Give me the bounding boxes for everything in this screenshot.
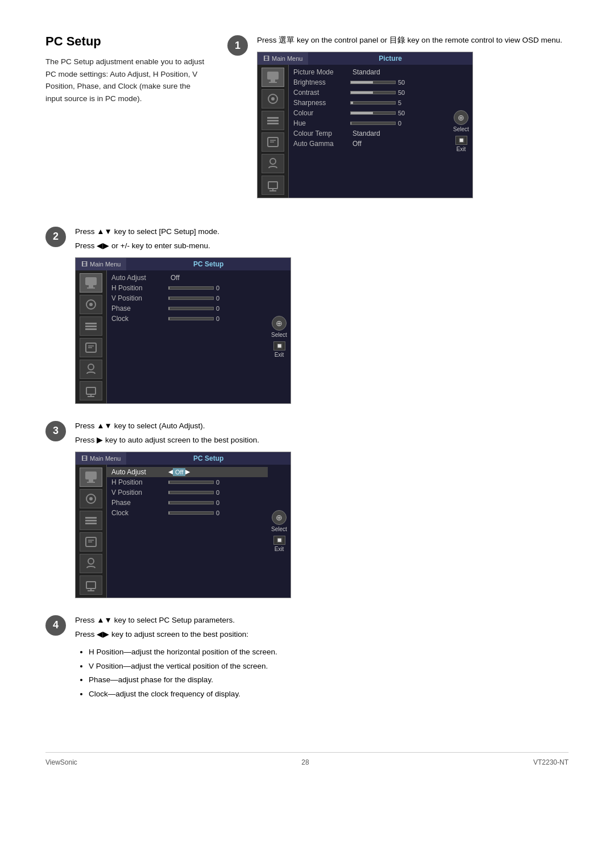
- osd-controls-1: ⊕ Select 🔲 Exit: [450, 65, 472, 198]
- svg-rect-2: [269, 82, 277, 83]
- svg-rect-32: [87, 482, 95, 483]
- osd-val-picmode: Standard: [352, 68, 380, 76]
- step-2-text: Press ▲▼ key to select [PC Setup] mode. …: [75, 226, 569, 253]
- osd-bar-contrast-track: [350, 91, 396, 94]
- osd-label-2-phase: Phase: [111, 304, 168, 312]
- osd-val-3-phase: 0: [216, 499, 226, 506]
- osd-label-2-vpos: V Position: [111, 294, 168, 302]
- osd-header-1: 🎞 Main Menu Picture: [258, 52, 472, 65]
- osd-label-picmode: Picture Mode: [293, 68, 350, 76]
- step-4-block: 4 Press ▲▼ key to select PC Setup parame…: [45, 614, 569, 703]
- svg-rect-36: [85, 520, 97, 521]
- footer-right: VT2230-NT: [533, 758, 569, 766]
- osd-row-brightness: Brightness 50: [289, 77, 450, 87]
- osd-bar-2-hpos: 0: [168, 285, 226, 291]
- osd-val-colourtemp: Standard: [352, 130, 380, 137]
- step-4-content: Press ▲▼ key to select PC Setup paramete…: [75, 614, 569, 703]
- osd-bar-2-vpos-track: [168, 297, 214, 300]
- svg-rect-37: [85, 523, 97, 524]
- step-1-content: Press 選單 key on the control panel or 目錄 …: [257, 34, 569, 198]
- svg-rect-21: [85, 326, 97, 327]
- step-3-text-2: Press ▶ key to auto adjust screen to the…: [75, 434, 569, 447]
- left-column: PC Setup The PC Setup adjustment enable …: [45, 34, 205, 214]
- select-label-1: Select: [453, 126, 469, 132]
- svg-rect-20: [85, 323, 97, 324]
- osd-header-left-3: 🎞 Main Menu: [76, 452, 126, 465]
- osd-header-right-2: PC Setup: [126, 258, 291, 270]
- step-3-number: 3: [45, 421, 66, 441]
- osd-icon-2-5: [80, 360, 102, 379]
- svg-rect-7: [267, 123, 279, 124]
- osd-bar-2-vpos: 0: [168, 295, 226, 302]
- osd-val-2-phase: 0: [216, 305, 226, 312]
- osd-bar-3-phase-track: [168, 501, 214, 504]
- osd-label-3-vpos: V Position: [111, 489, 168, 496]
- top-section: PC Setup The PC Setup adjustment enable …: [45, 34, 569, 214]
- osd-icon-2-4: [80, 338, 102, 357]
- osd-label-2-hpos: H Position: [111, 284, 168, 292]
- osd-sidebar-2: [76, 270, 107, 403]
- step-4-text-1: Press ▲▼ key to select PC Setup paramete…: [75, 614, 569, 627]
- step-2-number: 2: [45, 227, 66, 247]
- osd-row-3-clock: Clock 0: [107, 508, 268, 518]
- exit-btn-1: 🔲: [455, 136, 467, 145]
- step-2-content: Press ▲▼ key to select [PC Setup] mode. …: [75, 226, 569, 404]
- osd-row-3-phase: Phase 0: [107, 498, 268, 508]
- menu-icon-1: 🎞: [263, 55, 269, 62]
- osd-label-3-phase: Phase: [111, 499, 168, 507]
- step-2-text-1: Press ▲▼ key to select [PC Setup] mode.: [75, 226, 569, 239]
- step-1-block: 1 Press 選單 key on the control panel or 目…: [227, 34, 569, 198]
- osd-icon-3-3: [80, 511, 102, 530]
- page-title: PC Setup: [45, 34, 205, 49]
- osd-icon-4: [262, 132, 284, 152]
- osd-bar-2-clock: 0: [168, 315, 226, 322]
- osd-bar-3-hpos: 0: [168, 479, 226, 486]
- svg-rect-42: [86, 582, 96, 589]
- osd-controls-2: ⊕ Select 🔲 Exit: [268, 270, 291, 403]
- osd-arrow-right-3: ▶: [185, 468, 190, 475]
- osd-row-autogamma: Auto Gamma Off: [289, 139, 450, 149]
- svg-rect-22: [85, 328, 97, 330]
- osd-val-hue: 0: [398, 120, 408, 127]
- osd-main-2: Auto Adjust Off H Position 0 V Position: [107, 270, 268, 403]
- osd-label-brightness: Brightness: [293, 78, 350, 86]
- osd-icon-2-2: [80, 295, 102, 314]
- osd-row-contrast: Contrast 50: [289, 87, 450, 98]
- osd-row-3-hpos: H Position 0: [107, 477, 268, 487]
- osd-icon-3: [262, 111, 284, 130]
- svg-rect-16: [89, 285, 93, 287]
- osd-val-2-clock: 0: [216, 315, 226, 322]
- osd-row-2-autoadjust: Auto Adjust Off: [107, 273, 268, 283]
- exit-label-1: Exit: [457, 146, 466, 152]
- footer: ViewSonic 28 VT2230-NT: [45, 752, 569, 766]
- osd-val-3-hpos: 0: [216, 479, 226, 486]
- svg-rect-0: [267, 72, 279, 80]
- svg-rect-17: [87, 287, 95, 289]
- osd-row-2-hpos: H Position 0: [107, 283, 268, 293]
- step-2-text-2: Press ◀▶ or +/- key to enter sub-menu.: [75, 240, 569, 253]
- osd-label-colour: Colour: [293, 109, 350, 117]
- nav-circle-1: ⊕: [454, 110, 468, 125]
- menu-icon-2: 🎞: [81, 261, 88, 268]
- svg-point-19: [89, 303, 93, 306]
- bullet-hposition: H Position—adjust the horizontal positio…: [89, 646, 569, 659]
- osd-row-2-clock: Clock 0: [107, 314, 268, 324]
- osd-menu-2: 🎞 Main Menu PC Setup: [75, 257, 291, 404]
- osd-icon-6: [262, 176, 284, 195]
- bullet-clock: Clock—adjust the clock frequency of disp…: [89, 688, 569, 701]
- osd-header-3: 🎞 Main Menu PC Setup: [76, 452, 291, 465]
- osd-bar-3-phase: 0: [168, 499, 226, 506]
- svg-rect-35: [85, 517, 97, 519]
- osd-label-hue: Hue: [293, 119, 350, 127]
- osd-sidebar-3: [76, 465, 107, 598]
- osd-main-3: Auto Adjust ◀ Off ▶ H Position 0: [107, 465, 268, 598]
- menu-icon-3: 🎞: [81, 455, 88, 462]
- description: The PC Setup adjustment enable you to ad…: [45, 56, 205, 105]
- osd-header-right-3: PC Setup: [126, 452, 291, 465]
- osd-row-colour: Colour 50: [289, 108, 450, 118]
- osd-val-2-autoadjust: Off: [171, 274, 180, 282]
- osd-label-2-clock: Clock: [111, 315, 168, 323]
- osd-label-colourtemp: Colour Temp: [293, 130, 350, 137]
- osd-label-3-clock: Clock: [111, 509, 168, 517]
- page-content: PC Setup The PC Setup adjustment enable …: [45, 34, 569, 766]
